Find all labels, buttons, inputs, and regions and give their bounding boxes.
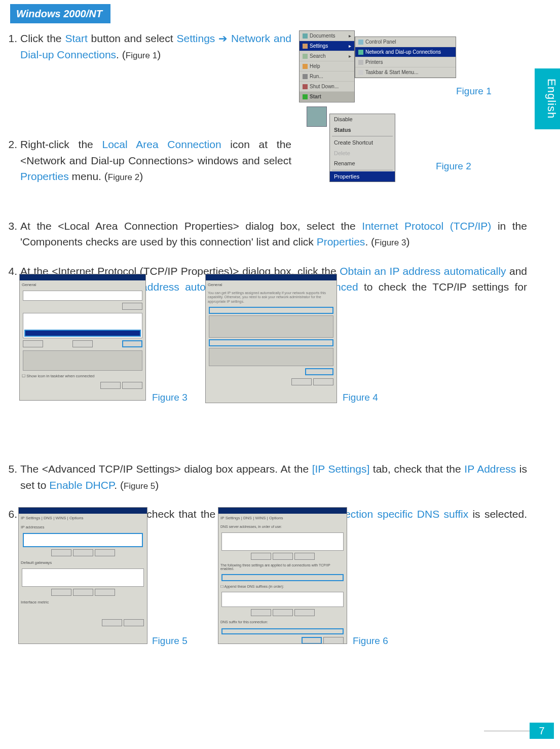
start-button: Start [300, 92, 354, 102]
label: Documents [310, 32, 335, 40]
t: . ( [114, 479, 124, 491]
button [294, 609, 315, 616]
tab-row: IP Settings | DNS | WINS | Options [218, 514, 347, 523]
append-primary-radio [221, 574, 344, 581]
label: Network and Dial-up Connections [365, 48, 441, 56]
t: . ( [116, 49, 126, 60]
submenu-item: Printers [355, 57, 456, 67]
submenu-item: Control Panel [355, 37, 456, 47]
ctx-item: Delete [330, 148, 395, 159]
properties-highlight: Properties [317, 236, 365, 247]
title-bar [20, 274, 145, 280]
title-bar [206, 274, 337, 280]
t: button and select [88, 32, 177, 44]
ctx-item-selected: Properties [330, 171, 395, 182]
properties-button [122, 340, 142, 347]
button [51, 549, 71, 556]
ip-fields [209, 315, 333, 338]
tab-row: IP Settings | DNS | WINS | Options [19, 514, 147, 523]
button [273, 553, 293, 560]
button [122, 303, 142, 310]
settings-icon [303, 44, 308, 49]
menu-item: Shut Down... [300, 82, 354, 92]
ctx-item: Status [330, 125, 395, 135]
obtain-ip-highlight: Obtain an IP address automatically [340, 265, 506, 277]
step-text: Click the Start button and select Settin… [20, 30, 291, 62]
step-number: 5. [5, 461, 20, 493]
desc: The following three settings are applied… [218, 562, 347, 573]
submenu-item-selected: Network and Dial-up Connections [355, 47, 456, 57]
figure-ref: Figure 3 [375, 238, 406, 247]
menu-item-selected: Settings▸ [300, 41, 354, 51]
figure-6-label: Figure 6 [353, 634, 388, 649]
shutdown-icon [303, 84, 308, 89]
t: ) [139, 170, 143, 182]
ok-button [291, 378, 312, 385]
button [273, 609, 293, 616]
button [73, 549, 93, 556]
obtain-ip-radio [209, 307, 333, 314]
configure-row [20, 302, 145, 312]
start-highlight: Start [65, 32, 87, 44]
submenu-item: Taskbar & Start Menu... [355, 67, 456, 78]
figure-2-label: Figure 2 [436, 159, 471, 174]
figure-1-submenu: Control Panel Network and Dial-up Connec… [355, 37, 456, 78]
cancel-button [323, 637, 344, 644]
description-box [23, 350, 142, 371]
t: . ( [365, 236, 375, 247]
button-row [206, 377, 337, 387]
tcpip-selected [24, 330, 141, 337]
figure-6-dialog: IP Settings | DNS | WINS | Options DNS s… [218, 507, 347, 644]
ipaddress-highlight: IP Address [464, 463, 516, 475]
button-row [206, 367, 337, 377]
step-text: The <Advanced TCP/IP Settings> dialog bo… [20, 461, 527, 493]
dhcp-highlight: Enable DHCP [49, 479, 114, 491]
document-icon [303, 33, 308, 39]
step-5: 5. The <Advanced TCP/IP Settings> dialog… [5, 461, 527, 493]
button [95, 549, 115, 556]
checkbox-row: ☐ Show icon in taskbar when connected [20, 372, 145, 381]
label: Default gateways [19, 558, 147, 567]
properties-highlight: Properties [20, 170, 69, 182]
taskbar-icon [358, 70, 363, 75]
figure-ref: Figure 5 [124, 481, 155, 491]
menu-item: Run... [300, 72, 354, 82]
button [51, 589, 71, 596]
dns-fields [209, 348, 333, 366]
page-number: 7 [530, 723, 554, 739]
help-icon [303, 64, 308, 69]
figure-3-dialog: General ☐ Show icon in taskbar when conn… [19, 274, 146, 401]
language-tab: English [535, 68, 560, 129]
button [73, 589, 93, 596]
tcpip-highlight: Internet Protocol (TCP/IP) [362, 220, 491, 232]
label: Interface metric [19, 598, 147, 607]
figure-3-label: Figure 3 [152, 390, 188, 405]
label: Control Panel [365, 38, 396, 46]
t: Right-click the [20, 138, 102, 150]
menu-item: Help [300, 61, 354, 72]
t: At the <Local Area Connection Properties… [20, 220, 362, 232]
figure-4-label: Figure 4 [343, 390, 378, 405]
step-3: 3. At the <Local Area Connection Propert… [5, 218, 527, 250]
tab-row: General [206, 280, 337, 290]
label: Start [310, 93, 321, 100]
ok-button [302, 637, 322, 644]
button-row [218, 636, 347, 644]
dns-server-list [221, 532, 344, 551]
menu-item: Documents▸ [300, 31, 354, 41]
figure-1-label: Figure 1 [456, 84, 492, 99]
label: Shut Down... [310, 83, 339, 90]
ok-button [102, 619, 122, 626]
title-bar [218, 508, 347, 514]
button [95, 589, 115, 596]
advanced-button [305, 368, 333, 375]
t: ) [155, 479, 159, 491]
step-number: 4. [5, 263, 20, 311]
tab-row: General [20, 280, 145, 290]
button [251, 609, 271, 616]
label: Settings [310, 42, 328, 50]
settings-highlight: Settings [176, 32, 218, 44]
figure-5-dialog: IP Settings | DNS | WINS | Options IP ad… [18, 507, 147, 644]
button-row [19, 548, 147, 558]
windows-icon [303, 94, 308, 99]
